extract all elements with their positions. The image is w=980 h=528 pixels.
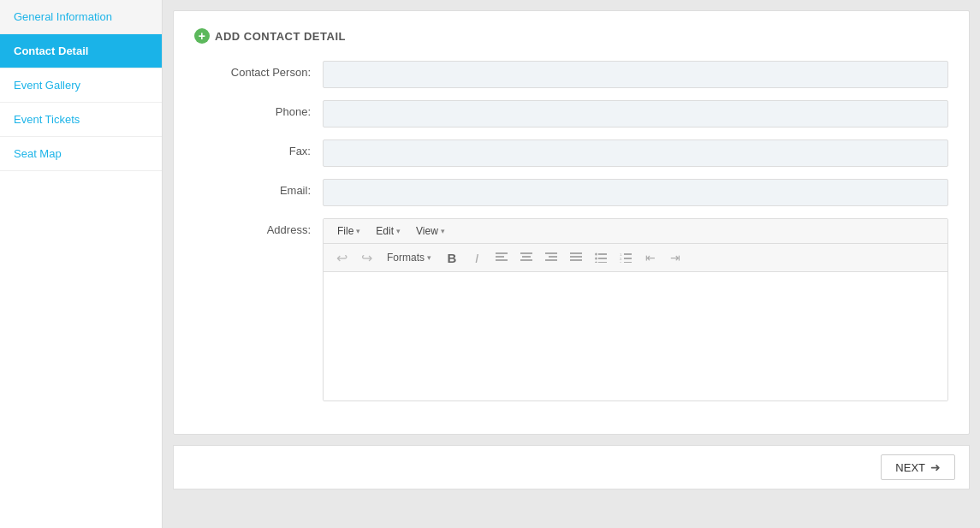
bottom-bar: NEXT ➜ <box>173 445 970 489</box>
svg-rect-21 <box>598 262 607 263</box>
contact-person-row: Contact Person: <box>194 61 948 88</box>
svg-rect-17 <box>598 253 607 255</box>
phone-row: Phone: <box>194 100 948 128</box>
svg-rect-1 <box>496 256 504 258</box>
svg-point-18 <box>595 258 597 260</box>
address-editor: File ▾ Edit ▾ View ▾ ↩ ↪ <box>323 218 948 401</box>
next-arrow-icon: ➜ <box>930 460 941 474</box>
unordered-list-button[interactable] <box>590 247 612 268</box>
sidebar-item-event-gallery[interactable]: Event Gallery <box>0 68 162 103</box>
italic-button[interactable]: I <box>466 247 488 268</box>
view-caret-icon: ▾ <box>441 227 445 235</box>
redo-button[interactable]: ↪ <box>355 247 377 268</box>
bold-button[interactable]: B <box>441 247 463 268</box>
edit-caret-icon: ▾ <box>396 227 401 235</box>
file-menu-label: File <box>337 225 353 237</box>
contact-person-input[interactable] <box>323 61 948 88</box>
sidebar-item-label: General Information <box>14 10 112 23</box>
svg-point-20 <box>595 262 597 264</box>
editor-edit-menu[interactable]: Edit ▾ <box>369 222 407 240</box>
editor-menubar: File ▾ Edit ▾ View ▾ <box>324 219 947 244</box>
sidebar: General Information Contact Detail Event… <box>0 0 163 528</box>
contact-detail-panel: + ADD CONTACT DETAIL Contact Person: Pho… <box>173 10 970 435</box>
address-editor-body[interactable] <box>324 272 947 400</box>
sidebar-item-label: Seat Map <box>14 147 62 160</box>
email-row: Email: <box>194 179 948 206</box>
svg-rect-25 <box>624 258 632 259</box>
svg-rect-9 <box>549 256 557 258</box>
indent-button[interactable]: ⇥ <box>664 247 686 268</box>
main-content: + ADD CONTACT DETAIL Contact Person: Pho… <box>163 0 980 528</box>
formats-label: Formats <box>387 252 425 264</box>
panel-title: ADD CONTACT DETAIL <box>215 30 346 43</box>
fax-row: Fax: <box>194 139 948 167</box>
svg-rect-5 <box>522 256 531 258</box>
ordered-list-button[interactable]: 1.2.3. <box>615 247 637 268</box>
svg-rect-2 <box>496 259 508 261</box>
editor-view-menu[interactable]: View ▾ <box>409 222 452 240</box>
next-button[interactable]: NEXT ➜ <box>881 454 955 480</box>
svg-rect-27 <box>624 262 632 263</box>
address-label: Address: <box>194 218 323 236</box>
fax-label: Fax: <box>194 139 323 157</box>
svg-rect-23 <box>624 253 632 255</box>
sidebar-item-seat-map[interactable]: Seat Map <box>0 137 162 171</box>
svg-rect-14 <box>570 259 582 261</box>
svg-rect-8 <box>545 252 557 254</box>
svg-rect-13 <box>570 256 582 258</box>
panel-header: + ADD CONTACT DETAIL <box>194 28 948 44</box>
svg-rect-0 <box>496 252 508 254</box>
formats-caret-icon: ▾ <box>427 253 431 262</box>
align-right-button[interactable] <box>540 247 562 268</box>
svg-point-16 <box>595 253 597 256</box>
add-contact-icon[interactable]: + <box>194 28 210 44</box>
svg-rect-6 <box>520 259 532 261</box>
sidebar-item-contact-detail[interactable]: Contact Detail <box>0 34 162 68</box>
undo-button[interactable]: ↩ <box>330 247 353 268</box>
svg-rect-19 <box>598 258 607 259</box>
contact-person-label: Contact Person: <box>194 61 323 79</box>
svg-rect-12 <box>570 252 582 254</box>
file-caret-icon: ▾ <box>356 227 360 235</box>
editor-file-menu[interactable]: File ▾ <box>330 222 367 240</box>
email-label: Email: <box>194 179 323 197</box>
svg-text:3.: 3. <box>620 261 622 263</box>
justify-button[interactable] <box>565 247 587 268</box>
edit-menu-label: Edit <box>376 225 394 237</box>
view-menu-label: View <box>416 225 438 237</box>
sidebar-item-general-information[interactable]: General Information <box>0 0 162 34</box>
sidebar-item-event-tickets[interactable]: Event Tickets <box>0 103 162 137</box>
svg-rect-10 <box>545 259 557 261</box>
sidebar-item-label: Event Gallery <box>14 79 80 92</box>
svg-rect-4 <box>520 252 532 254</box>
editor-toolbar: ↩ ↪ Formats ▾ B I <box>324 244 947 272</box>
fax-input[interactable] <box>323 139 948 167</box>
phone-label: Phone: <box>194 100 323 118</box>
align-left-button[interactable] <box>490 247 513 268</box>
next-label: NEXT <box>895 461 925 474</box>
phone-input[interactable] <box>323 100 948 128</box>
address-row: Address: File ▾ Edit ▾ View ▾ <box>194 218 948 401</box>
sidebar-item-label: Contact Detail <box>14 44 88 57</box>
email-input[interactable] <box>323 179 948 206</box>
align-center-button[interactable] <box>515 247 538 268</box>
outdent-button[interactable]: ⇤ <box>639 247 662 268</box>
formats-dropdown[interactable]: Formats ▾ <box>380 249 438 266</box>
sidebar-item-label: Event Tickets <box>14 113 80 126</box>
